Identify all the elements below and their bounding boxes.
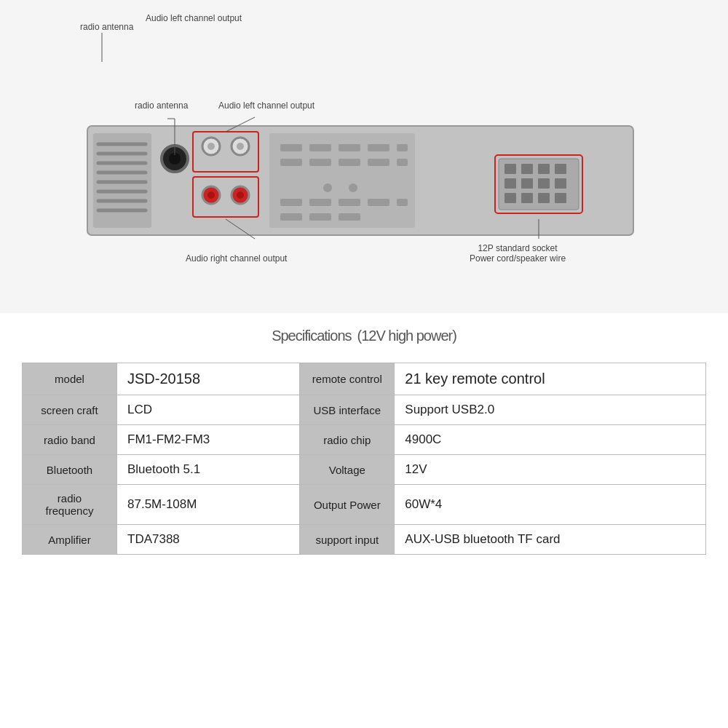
cell-value-1: JSD-20158: [117, 363, 300, 395]
svg-point-17: [237, 143, 244, 150]
svg-point-20: [207, 191, 215, 199]
svg-rect-36: [280, 199, 302, 206]
cell-label-1: Bluetooth: [23, 455, 117, 485]
svg-rect-28: [397, 144, 408, 151]
cell-value-2: 12V: [395, 455, 706, 485]
svg-rect-55: [521, 193, 533, 203]
cell-value-1: Bluetooth 5.1: [117, 455, 300, 485]
specifications-section: Specifications(12V high power) modelJSD-…: [0, 313, 728, 562]
cell-value-2: 21 key remote control: [395, 363, 706, 395]
svg-rect-39: [368, 199, 389, 206]
table-row: screen craftLCDUSB interfaceSupport USB2…: [23, 395, 706, 425]
svg-rect-37: [309, 199, 331, 206]
cell-value-2: Support USB2.0: [395, 395, 706, 425]
table-row: radio frequency87.5M-108MOutput Power60W…: [23, 485, 706, 525]
svg-rect-53: [555, 178, 566, 189]
cell-label-2: Output Power: [300, 485, 395, 525]
cell-value-1: 87.5M-108M: [117, 485, 300, 525]
cell-value-1: LCD: [117, 395, 300, 425]
device-back-image: [66, 111, 662, 257]
cell-label-1: radio frequency: [23, 485, 117, 525]
svg-point-15: [207, 143, 215, 150]
svg-rect-54: [505, 193, 516, 203]
svg-rect-46: [505, 164, 516, 174]
svg-rect-42: [309, 213, 331, 221]
svg-point-34: [323, 183, 332, 192]
cell-value-1: FM1-FM2-FM3: [117, 425, 300, 455]
svg-point-22: [237, 191, 244, 199]
svg-rect-52: [538, 178, 550, 189]
svg-rect-51: [521, 178, 533, 189]
annotation-12p: 12P standard socketPower cord/speaker wi…: [470, 243, 566, 264]
table-row: radio bandFM1-FM2-FM3radio chip4900C: [23, 425, 706, 455]
svg-rect-56: [538, 193, 550, 203]
svg-rect-33: [397, 159, 408, 166]
svg-rect-57: [555, 193, 566, 203]
svg-rect-50: [505, 178, 516, 189]
cell-label-1: radio band: [23, 425, 117, 455]
table-row: modelJSD-20158remote control21 key remot…: [23, 363, 706, 395]
svg-rect-49: [555, 164, 566, 174]
cell-value-1: TDA7388: [117, 525, 300, 555]
cell-label-1: screen craft: [23, 395, 117, 425]
cell-label-2: radio chip: [300, 425, 395, 455]
annotation-audio-right: Audio right channel output: [186, 253, 287, 264]
svg-rect-48: [538, 164, 550, 174]
svg-rect-38: [339, 199, 360, 206]
product-image-section: radio antenna Audio left channel output: [0, 0, 728, 313]
svg-rect-29: [280, 159, 302, 166]
svg-rect-47: [521, 164, 533, 174]
svg-rect-26: [339, 144, 360, 151]
annotation-audio-left: Audio left channel output: [218, 100, 314, 111]
svg-rect-27: [368, 144, 389, 151]
svg-rect-30: [309, 159, 331, 166]
specs-table: modelJSD-20158remote control21 key remot…: [22, 363, 706, 555]
svg-rect-43: [339, 213, 360, 221]
svg-rect-32: [368, 159, 389, 166]
svg-rect-41: [280, 213, 302, 221]
cell-label-1: model: [23, 363, 117, 395]
specs-title: Specifications(12V high power): [22, 313, 706, 348]
cell-label-2: remote control: [300, 363, 395, 395]
cell-label-2: Voltage: [300, 455, 395, 485]
cell-value-2: 4900C: [395, 425, 706, 455]
cell-label-2: support input: [300, 525, 395, 555]
table-row: AmplifierTDA7388support inputAUX-USB blu…: [23, 525, 706, 555]
annotation-radio-antenna: radio antenna: [135, 100, 188, 111]
cell-value-2: AUX-USB bluetooth TF card: [395, 525, 706, 555]
table-row: BluetoothBluetooth 5.1Voltage12V: [23, 455, 706, 485]
cell-value-2: 60W*4: [395, 485, 706, 525]
svg-point-35: [349, 183, 357, 192]
cell-label-1: Amplifier: [23, 525, 117, 555]
audio-left-label: Audio left channel output: [146, 13, 242, 23]
svg-rect-25: [309, 144, 331, 151]
svg-rect-40: [397, 199, 408, 206]
svg-rect-31: [339, 159, 360, 166]
svg-rect-24: [280, 144, 302, 151]
cell-label-2: USB interface: [300, 395, 395, 425]
